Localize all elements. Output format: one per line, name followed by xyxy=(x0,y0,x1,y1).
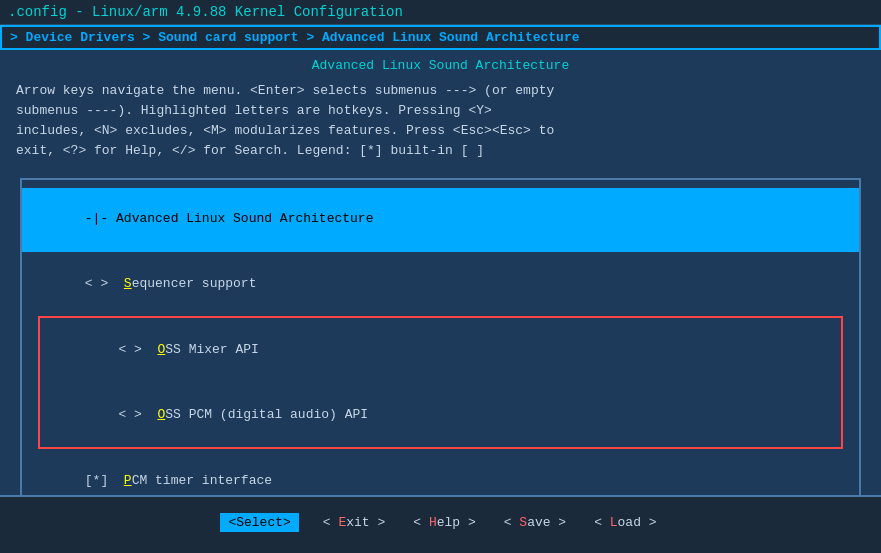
load-hotkey: L xyxy=(610,515,618,530)
list-item[interactable]: < > OSS Mixer API xyxy=(40,318,841,382)
select-button[interactable]: <Select> xyxy=(220,513,298,532)
selector-icon: < > xyxy=(118,342,157,357)
red-border-group: < > OSS Mixer API < > OSS PCM (digital a… xyxy=(38,316,843,449)
selector-icon: [*] xyxy=(85,473,124,488)
menu-header-prefix: -|- xyxy=(85,211,116,226)
breadcrumb-text: > Device Drivers > Sound card support > … xyxy=(10,30,580,45)
help-hotkey: H xyxy=(429,515,437,530)
page-subtitle: Advanced Linux Sound Architecture xyxy=(0,50,881,77)
select-label: <Select> xyxy=(228,515,290,530)
selector-icon: < > xyxy=(118,407,157,422)
menu-header-label: Advanced Linux Sound Architecture xyxy=(116,211,373,226)
list-item[interactable]: [*] PCM timer interface xyxy=(22,449,859,495)
hotkey-letter: S xyxy=(124,276,132,291)
save-button[interactable]: < Save > xyxy=(500,513,570,532)
list-item[interactable]: < > Sequencer support xyxy=(22,252,859,316)
title-bar: .config - Linux/arm 4.9.88 Kernel Config… xyxy=(0,0,881,25)
help-button[interactable]: < Help > xyxy=(409,513,479,532)
help-text: Arrow keys navigate the menu. <Enter> se… xyxy=(0,77,881,174)
menu-container: -|- Advanced Linux Sound Architecture < … xyxy=(20,178,861,495)
exit-button[interactable]: < Exit > xyxy=(319,513,389,532)
bottom-bar: <Select> < Exit > < Help > < Save > < Lo… xyxy=(0,495,881,547)
save-hotkey: S xyxy=(519,515,527,530)
breadcrumb: > Device Drivers > Sound card support > … xyxy=(0,25,881,50)
main-area: Advanced Linux Sound Architecture Arrow … xyxy=(0,50,881,495)
title-text: .config - Linux/arm 4.9.88 Kernel Config… xyxy=(8,4,403,20)
list-item[interactable]: < > OSS PCM (digital audio) API xyxy=(40,383,841,447)
hotkey-letter: P xyxy=(124,473,132,488)
load-button[interactable]: < Load > xyxy=(590,513,660,532)
selector-icon: < > xyxy=(85,276,124,291)
menu-header[interactable]: -|- Advanced Linux Sound Architecture xyxy=(22,188,859,252)
